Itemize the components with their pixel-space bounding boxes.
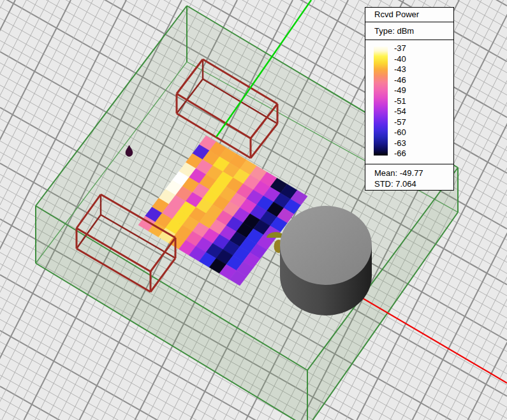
app-window: Rcvd Power Type: dBm -37-40-43-46-49-51-…	[0, 0, 507, 420]
colorbar-gradient	[374, 47, 388, 156]
legend-type-label: Type: dBm	[365, 22, 453, 40]
colorbar-tick-label: -49	[394, 85, 432, 96]
colorbar-tick-label: -66	[394, 148, 432, 159]
colorbar-tick-label: -37	[394, 43, 432, 54]
colorbar-tick-label: -46	[394, 75, 432, 85]
legend-colorbar: -37-40-43-46-49-51-54-57-60-63-66	[365, 40, 453, 164]
cylinder-object	[280, 206, 372, 315]
colorbar-tick-label: -57	[394, 117, 432, 127]
colorbar-tick-label: -63	[394, 138, 432, 148]
legend-panel: Rcvd Power Type: dBm -37-40-43-46-49-51-…	[365, 7, 454, 191]
colorbar-tick-label: -54	[394, 106, 432, 117]
legend-std: STD: 7.064	[374, 178, 453, 189]
colorbar-tick-label: -60	[394, 127, 432, 138]
colorbar-tick-label: -43	[394, 64, 432, 75]
legend-title: Rcvd Power	[365, 8, 453, 22]
legend-stats: Mean: -49.77 STD: 7.064	[365, 164, 453, 189]
colorbar-tick-label: -51	[394, 96, 432, 106]
legend-mean: Mean: -49.77	[374, 168, 453, 178]
colorbar-tick-label: -40	[394, 54, 432, 64]
